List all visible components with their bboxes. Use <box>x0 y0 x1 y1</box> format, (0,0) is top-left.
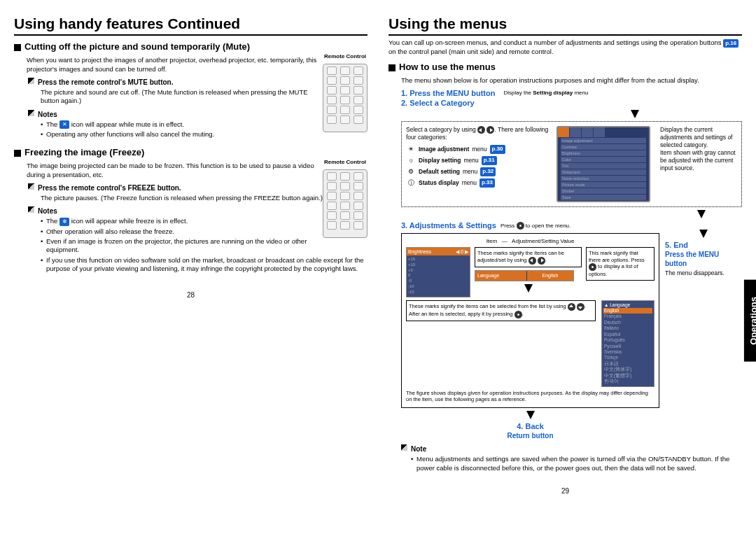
language-bar-screenshot: Language English <box>475 270 574 281</box>
howto-heading: How to use the menus <box>388 62 742 73</box>
category-icon: ⚙ <box>406 167 416 176</box>
freeze-step1: Press the remote control's FREEZE button… <box>28 183 323 192</box>
mute-notes-list: The ✕ icon will appear while mute is in … <box>41 120 368 139</box>
page-right: Operations Using the menus You can call … <box>388 14 742 496</box>
category-row: ⚙Default setting menu p.32 <box>406 167 552 176</box>
category-row: ⓘStatus display menu p.33 <box>406 178 552 188</box>
mute-notes-label: Notes <box>28 110 323 119</box>
right-arrow-icon <box>538 257 545 265</box>
freeze-step1-desc: The picture pauses. (The Freeze function… <box>41 194 368 202</box>
step5-desc: The menu disappears. <box>665 269 742 277</box>
remote-label-1: Remote Control <box>323 53 368 60</box>
arrow-icon <box>699 230 708 238</box>
arrow-icon <box>526 411 535 419</box>
category-icon: ☼ <box>406 155 416 165</box>
mute-icon: ✕ <box>59 120 69 129</box>
freeze-notes-label: Notes <box>28 206 323 216</box>
left-arrow-icon <box>528 257 536 265</box>
enter-icon <box>517 222 524 230</box>
category-row: ☼Display setting menu p.31 <box>406 155 552 165</box>
howto-intro: The menu shown below is for operation in… <box>401 76 742 85</box>
mute-step1: Press the remote control's MUTE button. <box>28 78 323 87</box>
side-tab-operations: Operations <box>744 280 756 362</box>
up-arrow-icon <box>568 303 575 311</box>
category-icon: ☀ <box>406 144 416 154</box>
enter-icon <box>589 263 596 271</box>
category-side-desc: Displays the current adjustments and set… <box>660 126 737 172</box>
mute-heading: Cutting off the picture and sound tempor… <box>14 41 368 53</box>
arrow-icon <box>631 110 639 118</box>
freeze-heading: Freezing the image (Freeze) <box>14 147 368 159</box>
page-ref: p.30 <box>490 145 505 153</box>
freeze-intro: The image being projected can be made to… <box>27 162 368 179</box>
left-pagenum: 28 <box>14 290 368 300</box>
category-box: Select a category by using . There are f… <box>401 121 742 207</box>
step4-sub: Return button <box>401 431 659 440</box>
step3-label: 3. Adjustments & Settings <box>401 220 496 230</box>
arrow-icon <box>524 284 533 293</box>
page-ref: p.32 <box>480 167 496 176</box>
page-left: Using handy features Continued Cutting o… <box>14 14 368 496</box>
freeze-notes-list: The ❄ icon will appear while freeze is i… <box>41 217 368 273</box>
step1-note: Display the Setting display menu <box>503 90 588 97</box>
right-intro: You can call up on-screen menus, and con… <box>388 38 742 56</box>
mute-step1-desc: The picture and sound are cut off. (The … <box>41 88 368 106</box>
right-pagenum: 29 <box>388 486 742 496</box>
category-icon: ⓘ <box>406 178 416 188</box>
final-note-list: Menu adjustments and settings are saved … <box>411 455 742 472</box>
step5-sub: Press the MENU button <box>665 250 742 268</box>
right-arrow-icon <box>486 126 494 134</box>
page-ref: p.33 <box>479 178 495 187</box>
step5-label: 5. End <box>665 240 742 250</box>
category-row: ☀Image adjustment menu p.30 <box>406 144 552 154</box>
arrow-icon <box>697 210 706 218</box>
down-arrow-icon <box>577 303 584 311</box>
left-title: Using handy features Continued <box>14 14 368 36</box>
remote-label-2: Remote Control <box>323 159 368 166</box>
page-ref-16: p.16 <box>723 39 738 48</box>
right-title: Using the menus <box>388 14 742 36</box>
callout-marks-adjust: These marks signify the items can be adj… <box>475 247 582 267</box>
final-note-label: Note <box>401 444 742 454</box>
language-list-screenshot: ▲ LanguageEnglishFrançaisDeutschItaliano… <box>601 300 654 387</box>
step4-label: 4. Back <box>401 421 659 431</box>
step3-note: Press to open the menu. <box>500 222 570 230</box>
callout-list-select: These marks signify the items can be sel… <box>406 300 596 321</box>
enter-icon <box>514 311 522 318</box>
freeze-icon: ❄ <box>59 218 69 226</box>
adjustments-footnote: The figure shows displays given for oper… <box>406 390 654 404</box>
step1-label: 1. Press the MENU button <box>401 88 495 98</box>
callout-options: This mark signify that there are options… <box>586 247 654 281</box>
left-arrow-icon <box>477 126 485 134</box>
brightness-screenshot: Brightness◀ 0 ▶ +15+10+50-5-10-15 <box>406 247 470 297</box>
mute-intro: When you want to project the images of a… <box>27 56 368 73</box>
page-ref: p.31 <box>482 156 497 164</box>
step2-label: 2. Select a Category <box>401 98 742 108</box>
adjustments-box: Item — Adjustment/Setting Value Brightne… <box>401 233 659 408</box>
menu-screenshot-1: Image adjustmentContrastBrightnessColorT… <box>556 126 650 202</box>
